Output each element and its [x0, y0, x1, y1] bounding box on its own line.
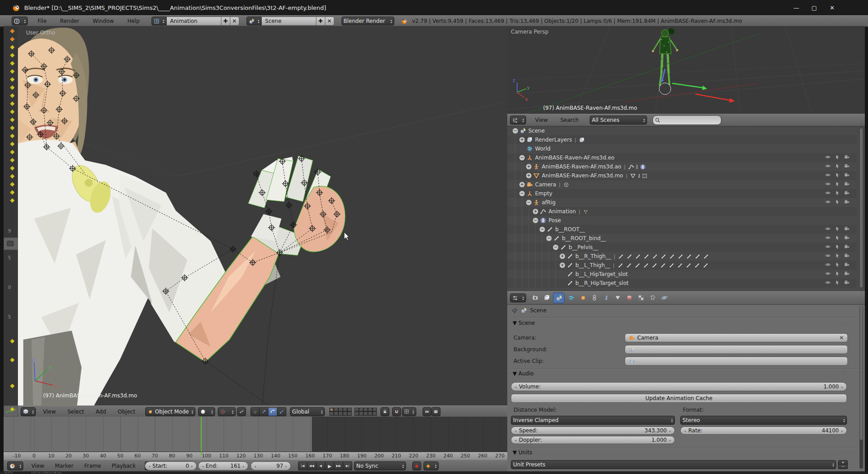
restrict-render-toggle[interactable] [844, 253, 850, 260]
transform-orientation-select[interactable]: Global▴▾ [290, 407, 325, 416]
expand-toggle[interactable]: + [533, 209, 538, 214]
opengl-render-anim-button[interactable] [432, 407, 440, 416]
manipulator-translate-button[interactable] [259, 407, 268, 416]
outliner-row-afRig[interactable]: −afRig [507, 198, 857, 207]
properties-tab-material[interactable] [624, 293, 635, 302]
scene-panel-header[interactable]: ▼ Scene [513, 320, 535, 326]
viewport-shading-select[interactable]: ▴▾ [198, 407, 215, 416]
layer-toggle-6[interactable] [329, 412, 334, 416]
pivot-align-toggle[interactable] [237, 407, 246, 416]
camera-preview-viewport[interactable]: Camera Persp (97) AnimBASE-Raven-AF.ms3d… [507, 26, 865, 114]
doppler-field[interactable]: ◂Doppler: 1.000▸ [511, 436, 675, 444]
restrict-view-toggle[interactable] [825, 271, 831, 278]
timeline-menu-frame[interactable]: Frame [83, 463, 102, 469]
snap-toggle[interactable] [392, 407, 401, 416]
restrict-render-toggle[interactable] [844, 181, 850, 188]
layer-toggle-17[interactable] [359, 412, 363, 416]
maximize-button[interactable]: ▢ [805, 2, 823, 13]
expand-toggle[interactable]: − [546, 236, 552, 241]
manipulator-axes-toggle[interactable] [250, 407, 259, 416]
restrict-render-toggle[interactable] [844, 226, 850, 233]
layer-toggle-9[interactable] [343, 412, 347, 416]
ruler-playhead-marker[interactable] [201, 452, 202, 456]
pivot-point-select[interactable]: ▴▾ [218, 407, 236, 416]
editor-type-timeline-button[interactable]: ▴▾ [7, 461, 23, 470]
restrict-render-toggle[interactable] [844, 163, 850, 170]
minimize-button[interactable]: — [787, 2, 805, 13]
add-preset-button[interactable]: + [838, 460, 848, 465]
frame-end-field[interactable]: ◂End: 161▸ [198, 461, 248, 470]
properties-tab-constraints[interactable] [589, 293, 600, 302]
expand-toggle[interactable]: + [526, 173, 531, 178]
layer-toggle-7[interactable] [334, 412, 338, 416]
expand-toggle[interactable]: + [560, 254, 565, 259]
panel-drag-dots[interactable]: :::: [842, 321, 850, 325]
timeline-menu-marker[interactable]: Marker [54, 463, 74, 469]
layer-toggle-19[interactable] [368, 412, 372, 416]
layer-toggle-13[interactable] [363, 408, 368, 412]
outliner-row-b__ROOT__[interactable]: −b__ROOT__ [507, 225, 857, 234]
restrict-select-toggle[interactable] [834, 172, 840, 179]
properties-tab-scene[interactable] [553, 293, 565, 303]
restrict-render-toggle[interactable] [844, 280, 850, 287]
properties-tab-object[interactable] [577, 293, 588, 302]
anim-curve-icon[interactable] [628, 164, 634, 170]
jump-to-next-keyframe-button[interactable]: ▶▶ [334, 461, 343, 470]
view3d-menu-select[interactable]: Select [66, 409, 85, 415]
restrict-render-toggle[interactable] [844, 235, 850, 242]
audio-format-select[interactable]: Stereo▴▾ [680, 416, 847, 425]
layer-toggle-3[interactable] [338, 408, 343, 412]
restrict-render-toggle[interactable] [844, 190, 850, 197]
layer-toggle-10[interactable] [347, 412, 352, 416]
restrict-view-toggle[interactable] [825, 244, 831, 251]
jump-to-start-button[interactable]: |◀ [298, 461, 307, 470]
expand-toggle[interactable]: + [519, 137, 525, 142]
layer-toggle-12[interactable] [359, 408, 363, 412]
expand-toggle[interactable]: − [526, 200, 531, 205]
editor-type-info-button[interactable]: ▴▾ [12, 17, 28, 26]
panel-drag-dots[interactable]: :::: [842, 371, 850, 376]
close-button[interactable]: ✕ [823, 2, 841, 13]
topbar-menu-render[interactable]: Render [59, 18, 80, 24]
audio-panel-header[interactable]: ▼ Audio [513, 371, 534, 377]
lock-camera-toggle[interactable] [380, 407, 389, 416]
jump-to-prev-keyframe-button[interactable]: ◀◀ [307, 461, 316, 470]
outliner-row-Scene[interactable]: −Scene [507, 126, 857, 135]
screen-layout-browse-button[interactable]: ▴▾ [151, 17, 167, 26]
outliner-row-RenderLayers[interactable]: +RenderLayers| [507, 135, 857, 144]
restrict-view-toggle[interactable] [825, 280, 831, 287]
layer-toggle-15[interactable] [372, 408, 377, 412]
timeline-tracks[interactable] [4, 417, 507, 452]
wrench-icon[interactable] [636, 173, 642, 179]
mode-select[interactable]: Object Mode▴▾ [145, 407, 195, 416]
editor-type-view3d-button[interactable]: ▴▾ [21, 407, 36, 416]
restrict-select-toggle[interactable] [834, 226, 840, 233]
properties-tab-modifiers[interactable] [600, 293, 611, 302]
expand-toggle[interactable]: − [519, 191, 525, 196]
outliner-scrollbar[interactable] [860, 128, 863, 288]
scene-name-field[interactable]: Scene [262, 17, 316, 26]
properties-tab-physics[interactable] [659, 293, 669, 302]
expand-toggle[interactable]: − [513, 128, 518, 134]
delete-layout-button[interactable]: ✕ [230, 17, 239, 26]
scene-browse-button[interactable]: ▴▾ [246, 17, 262, 26]
outliner-row-Pose[interactable]: −Pose [507, 216, 857, 225]
manipulator-scale-button[interactable] [277, 407, 286, 416]
jump-to-end-button[interactable]: ▶| [343, 461, 352, 470]
pin-icon[interactable] [512, 308, 518, 314]
properties-tab-world[interactable] [566, 293, 576, 302]
outliner-menu-search[interactable]: Search [559, 117, 579, 123]
outliner-row-Animation[interactable]: +Animation| [507, 207, 857, 216]
active-clip-field[interactable] [625, 357, 848, 366]
sync-mode-select[interactable]: No Sync▴▾ [354, 461, 406, 470]
view3d-menu-object[interactable]: Object [117, 409, 136, 415]
restrict-view-toggle[interactable] [825, 172, 831, 179]
expand-toggle[interactable]: + [526, 164, 531, 169]
properties-tab-particles[interactable] [647, 293, 658, 302]
layer-toggle-18[interactable] [363, 412, 368, 416]
restrict-view-toggle[interactable] [825, 154, 831, 161]
editor-type-properties-button[interactable]: ▴▾ [510, 293, 526, 302]
timeline-ruler[interactable]: -100102030405060708090100110120130140150… [4, 452, 507, 460]
expand-toggle[interactable]: + [519, 182, 525, 187]
layer-toggle-4[interactable] [343, 408, 347, 412]
